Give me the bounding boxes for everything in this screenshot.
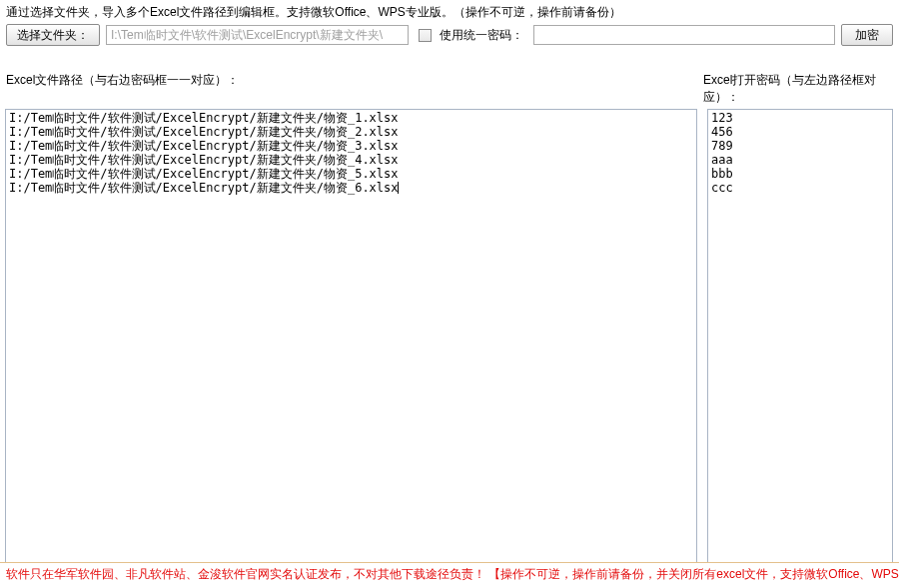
- panes: I:/Tem临时文件/软件测试/ExcelEncrypt/新建文件夹/物资_1.…: [0, 108, 899, 563]
- file-paths-label: Excel文件路径（与右边密码框一一对应）：: [6, 72, 703, 106]
- description-text: 通过选择文件夹，导入多个Excel文件路径到编辑框。支持微软Office、WPS…: [0, 0, 899, 21]
- unified-password-input[interactable]: [533, 25, 835, 45]
- folder-path-input[interactable]: I:\Tem临时文件\软件测试\ExcelEncrypt\新建文件夹\: [106, 25, 409, 45]
- app-window: 通过选择文件夹，导入多个Excel文件路径到编辑框。支持微软Office、WPS…: [0, 0, 899, 588]
- passwords-textarea[interactable]: 123 456 789 aaa bbb ccc: [707, 109, 893, 563]
- passwords-label: Excel打开密码（与左边路径框对应）：: [703, 72, 893, 106]
- encrypt-button[interactable]: 加密: [841, 24, 893, 46]
- section-labels: Excel文件路径（与右边密码框一一对应）： Excel打开密码（与左边路径框对…: [0, 52, 899, 108]
- toolbar: 选择文件夹： I:\Tem临时文件\软件测试\ExcelEncrypt\新建文件…: [0, 21, 899, 52]
- select-folder-button[interactable]: 选择文件夹：: [6, 24, 100, 46]
- file-paths-textarea[interactable]: I:/Tem临时文件/软件测试/ExcelEncrypt/新建文件夹/物资_1.…: [5, 109, 697, 563]
- unified-password-checkbox[interactable]: [419, 29, 432, 42]
- footer-warning: 软件只在华军软件园、非凡软件站、金浚软件官网实名认证发布，不对其他下载途径负责！…: [0, 562, 899, 588]
- unified-password-label: 使用统一密码：: [440, 27, 523, 44]
